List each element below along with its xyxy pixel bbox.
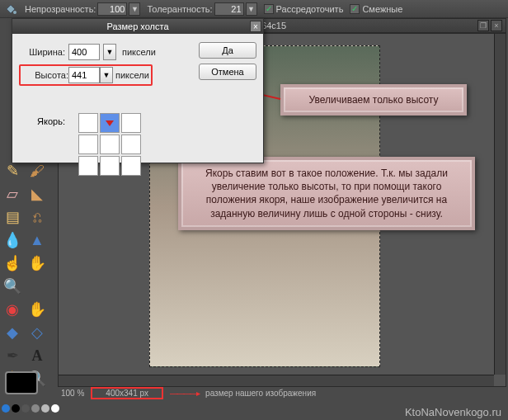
tool-zoom-icon[interactable]: 🔍	[1, 275, 24, 298]
width-input[interactable]	[68, 44, 100, 60]
tool-smudge-icon[interactable]: ☝	[1, 252, 24, 275]
restore-icon[interactable]: ❐	[477, 20, 489, 31]
palette-color[interactable]	[31, 404, 40, 413]
close-doc-icon[interactable]: ×	[491, 20, 502, 31]
tool-empty	[26, 275, 49, 298]
tool-gradient-icon[interactable]: ▤	[1, 205, 24, 229]
width-dropdown[interactable]: ▼	[103, 44, 116, 60]
opacity-field: Непрозрачность: ▼	[25, 2, 140, 16]
palette-color[interactable]	[51, 404, 59, 413]
width-label: Ширина:	[19, 47, 65, 57]
callout-height: Увеличиваем только высоту	[280, 84, 467, 116]
check-icon: ✓	[264, 4, 274, 14]
opacity-input[interactable]	[97, 2, 127, 16]
contiguous-checkbox[interactable]: ✓ Смежные	[350, 4, 402, 14]
canvas-size-dialog: Размер холста × Ширина: ▼ пиксели Высота…	[12, 18, 264, 163]
tolerance-field: Толерантность: ▼	[147, 2, 256, 16]
contiguous-label: Смежные	[362, 4, 402, 14]
opacity-dropdown[interactable]: ▼	[129, 2, 140, 16]
scatter-label: Рассредоточить	[276, 4, 344, 14]
anchor-cell-bl[interactable]	[78, 156, 98, 176]
palette-color[interactable]	[41, 404, 49, 413]
foreground-color-swatch[interactable]	[5, 371, 38, 394]
canvas-dimensions: 400x341 px	[91, 387, 163, 399]
bucket-icon[interactable]	[3, 2, 18, 17]
tool-sharpen-icon[interactable]: ▲	[26, 229, 49, 252]
anchor-cell-mc[interactable]	[100, 134, 120, 154]
zoom-level: 100 %	[61, 389, 84, 398]
tool-redeye-icon[interactable]: ◉	[1, 298, 24, 321]
palette-color[interactable]	[12, 404, 20, 413]
tolerance-label: Толерантность:	[147, 4, 212, 14]
svg-point-0	[13, 11, 16, 14]
anchor-grid	[78, 113, 141, 176]
height-dropdown[interactable]: ▼	[100, 67, 113, 83]
scatter-checkbox[interactable]: ✓ Рассредоточить	[264, 4, 344, 14]
tool-shape2-icon[interactable]: ◇	[26, 321, 49, 344]
tolerance-dropdown[interactable]: ▼	[246, 2, 257, 16]
dialog-title: Размер холста	[106, 21, 168, 31]
tool-hand-icon[interactable]: ✋	[26, 298, 49, 321]
anchor-cell-br[interactable]	[121, 156, 141, 176]
status-bar: 100 % 400x341 px ――――▸ размер нашего изо…	[58, 387, 506, 399]
dialog-titlebar[interactable]: Размер холста ×	[12, 19, 263, 34]
watermark: KtoNaNovenkogo.ru	[405, 406, 501, 418]
dimensions-note: размер нашего изображения	[205, 389, 316, 398]
close-icon[interactable]: ×	[250, 21, 261, 32]
ok-button[interactable]: Да	[199, 42, 256, 59]
anchor-cell-mr[interactable]	[121, 134, 141, 154]
anchor-cell-tl[interactable]	[78, 113, 98, 133]
tool-bucket-icon[interactable]: ◣	[26, 182, 49, 205]
palette-color[interactable]	[21, 404, 30, 413]
options-toolbar: Непрозрачность: ▼ Толерантность: ▼ ✓ Рас…	[0, 0, 508, 18]
tool-sponge-icon[interactable]: ✋	[26, 252, 49, 275]
arrow-right-icon: ――――▸	[170, 389, 199, 398]
tool-blur-icon[interactable]: 💧	[1, 229, 24, 252]
scrollbar-vertical[interactable]	[494, 34, 506, 375]
tool-eyedrop-icon[interactable]: ✒	[1, 344, 24, 367]
check-icon: ✓	[350, 4, 360, 14]
height-input[interactable]	[68, 67, 100, 83]
tool-clone-icon[interactable]: ⎌	[26, 205, 49, 229]
anchor-label: Якорь:	[19, 116, 65, 126]
anchor-cell-tc[interactable]	[100, 113, 120, 133]
height-label: Высота:	[22, 70, 68, 80]
cancel-button[interactable]: Отмена	[199, 64, 256, 80]
anchor-cell-bc[interactable]	[100, 156, 120, 176]
opacity-label: Непрозрачность:	[25, 4, 96, 14]
height-unit: пиксели	[115, 70, 149, 80]
palette-color[interactable]	[2, 404, 10, 413]
anchor-cell-ml[interactable]	[78, 134, 98, 154]
tolerance-input[interactable]	[214, 2, 244, 16]
callout-anchor: Якорь ставим вот в такое положение. Т.к.…	[178, 157, 475, 230]
scrollbar-horizontal[interactable]	[59, 375, 494, 386]
tool-eraser-icon[interactable]: ▱	[1, 182, 24, 205]
tool-shape-icon[interactable]: ◆	[1, 321, 24, 344]
tool-text-icon[interactable]: A	[26, 344, 49, 367]
color-palette	[2, 404, 59, 413]
anchor-cell-tr[interactable]	[121, 113, 141, 133]
width-unit: пиксели	[122, 47, 156, 57]
